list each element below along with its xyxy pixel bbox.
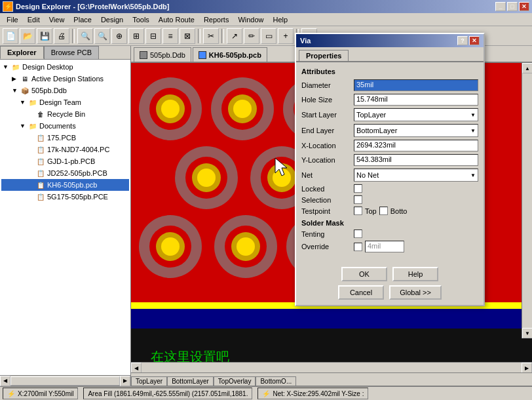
override-input[interactable]: 4mil: [365, 241, 404, 252]
scroll-h-left[interactable]: ◀: [131, 363, 142, 373]
toolbar-btn7[interactable]: ⊠: [180, 28, 195, 44]
icon-jd252: 📋: [35, 168, 46, 178]
start-layer-select[interactable]: TopLayer ▼: [354, 108, 478, 121]
left-scrollbar[interactable]: ◀ ▶: [0, 375, 130, 386]
tree-item-recycle-bin[interactable]: 🗑 Recycle Bin: [1, 108, 129, 120]
end-layer-label: End Layer: [301, 127, 354, 134]
scroll-right-arrow[interactable]: ▶: [120, 376, 130, 386]
toolbar-btn6[interactable]: ≡: [162, 28, 178, 44]
tree-item-175pcb[interactable]: 📋 175.PCB: [1, 132, 129, 144]
layer-tab-toplayer[interactable]: TopLayer: [131, 376, 167, 386]
testpoint-top-checkbox[interactable]: [354, 207, 362, 215]
toolbar-pencil[interactable]: ✏: [244, 28, 259, 44]
cancel-button[interactable]: Cancel: [338, 285, 384, 300]
menu-view[interactable]: View: [45, 14, 69, 25]
maximize-button[interactable]: □: [507, 2, 518, 11]
menu-design[interactable]: Design: [97, 14, 127, 25]
global-button[interactable]: Global >>: [389, 285, 442, 300]
tree-item-active-stations[interactable]: ▶ 🖥 Active Design Stations: [1, 73, 129, 85]
tree-item-5g175[interactable]: 📋 5G175-505pb.PCE: [1, 191, 129, 203]
diameter-input[interactable]: 35mil: [354, 79, 478, 91]
toolbar-arrow[interactable]: ↗: [227, 28, 242, 44]
tree-item-desktop[interactable]: ▼ 📁 Design Desktop: [1, 61, 129, 73]
menu-help[interactable]: Help: [269, 14, 292, 25]
scroll-h-right[interactable]: ▶: [522, 363, 532, 373]
end-layer-select[interactable]: BottomLayer ▼: [354, 124, 478, 137]
pcb-tab-ddb[interactable]: 505pb.Ddb: [134, 47, 191, 62]
y-location-input[interactable]: 543.383mil: [354, 154, 478, 166]
tenting-label: Tenting: [301, 230, 354, 238]
layer-tab-bottomlayer[interactable]: BottomLayer: [167, 376, 214, 386]
tree-label-kh6: KH6-505pb.pcb: [47, 181, 97, 189]
tree-label-gjd: GJD-1-pb.PCB: [47, 157, 95, 165]
tree-item-jd252[interactable]: 📋 JD252-505pb.PCB: [1, 167, 129, 179]
toolbar-open[interactable]: 📂: [20, 28, 35, 44]
toolbar-rect[interactable]: ▭: [261, 28, 276, 44]
pcb-tab-kh6[interactable]: KH6-505pb.pcb: [193, 47, 267, 62]
minimize-button[interactable]: _: [495, 2, 506, 11]
override-checkbox[interactable]: [354, 243, 362, 251]
dialog-tab-properties[interactable]: Properties: [299, 50, 349, 61]
svg-point-19: [197, 169, 216, 187]
menu-autoroute[interactable]: Auto Route: [155, 14, 199, 25]
expand-icon-docs: ▼: [20, 123, 28, 129]
tree-label-17k: 17k-NJD7-4004.PC: [47, 146, 109, 153]
tenting-checkbox[interactable]: [354, 230, 362, 238]
toolbar-search3[interactable]: ⊕: [111, 28, 127, 44]
svg-text:在这里设置吧: 在这里设置吧: [151, 350, 229, 362]
dialog-help-btn[interactable]: ?: [457, 36, 468, 45]
start-layer-value: TopLayer: [356, 111, 386, 119]
net-select[interactable]: No Net ▼: [354, 169, 478, 182]
override-row: Override 4mil: [301, 241, 478, 252]
menu-edit[interactable]: Edit: [24, 14, 44, 25]
scroll-up-arrow[interactable]: ▲: [522, 63, 532, 73]
toolbar-search2[interactable]: 🔍: [94, 28, 110, 44]
selection-checkbox[interactable]: [354, 195, 362, 204]
toolbar-print[interactable]: 🖨: [54, 28, 69, 44]
scroll-left-arrow[interactable]: ◀: [0, 376, 10, 386]
tree-item-documents[interactable]: ▼ 📁 Documents: [1, 120, 129, 132]
tenting-row: Tenting: [301, 230, 478, 238]
tab-browse-pcb[interactable]: Browse PCB: [44, 46, 99, 59]
layer-tab-bottomo[interactable]: BottomO...: [256, 376, 296, 386]
tree-area: ▼ 📁 Design Desktop ▶ 🖥 Active Design Sta…: [0, 60, 130, 375]
toolbar-search1[interactable]: 🔍: [77, 28, 93, 44]
close-button[interactable]: ✕: [519, 2, 529, 11]
scroll-thumb[interactable]: [10, 376, 120, 386]
layer-tab-topoverlay[interactable]: TopOverlay: [214, 376, 256, 386]
toolbar-save[interactable]: 💾: [37, 28, 52, 44]
menu-tools[interactable]: Tools: [128, 14, 153, 25]
tree-item-kh6[interactable]: 📋 KH6-505pb.pcb: [1, 179, 129, 191]
scroll-track-v: [522, 73, 532, 328]
menu-window[interactable]: Window: [234, 14, 267, 25]
toolbar-btn4[interactable]: ⊞: [128, 28, 144, 44]
x-location-input[interactable]: 2694.323mil: [354, 140, 478, 151]
toolbar-plus[interactable]: +: [278, 28, 294, 44]
scroll-down-arrow[interactable]: ▼: [522, 328, 532, 338]
tab-explorer[interactable]: Explorer: [0, 46, 44, 59]
tree-item-design-team[interactable]: ▼ 📁 Design Team: [1, 96, 129, 108]
expand-icon-active: ▶: [12, 75, 20, 82]
toolbar-cut[interactable]: ✂: [203, 28, 219, 44]
menu-place[interactable]: Place: [69, 14, 96, 25]
toolbar-btn5[interactable]: ⊟: [145, 28, 161, 44]
tree-item-gjd[interactable]: 📋 GJD-1-pb.PCB: [1, 155, 129, 167]
hole-size-input[interactable]: 15.748mil: [354, 94, 478, 106]
pcb-tab-label-ddb: 505pb.Ddb: [150, 51, 185, 59]
icon-recycle-bin: 🗑: [35, 109, 46, 119]
app-icon: ⚡: [3, 1, 13, 12]
dialog-close-btn[interactable]: ✕: [469, 36, 480, 45]
testpoint-bottom-checkbox[interactable]: [379, 207, 388, 215]
tree-item-505pb-ddb[interactable]: ▼ 📦 505pb.Ddb: [1, 85, 129, 96]
menu-file[interactable]: File: [3, 14, 22, 25]
help-button[interactable]: Help: [392, 267, 438, 281]
toolbar-new[interactable]: 📄: [3, 28, 18, 44]
tree-label-active-stations: Active Design Stations: [31, 75, 104, 83]
menu-reports[interactable]: Reports: [200, 14, 233, 25]
status-area-fill: Area Fill (1861.649mil,-625.555mil) (215…: [83, 388, 252, 399]
locked-checkbox[interactable]: [354, 184, 362, 193]
svg-point-31: [161, 237, 180, 256]
tree-item-17k[interactable]: 📋 17k-NJD7-4004.PC: [1, 144, 129, 155]
toolbar-sep2: [198, 29, 200, 43]
ok-button[interactable]: OK: [341, 267, 387, 281]
